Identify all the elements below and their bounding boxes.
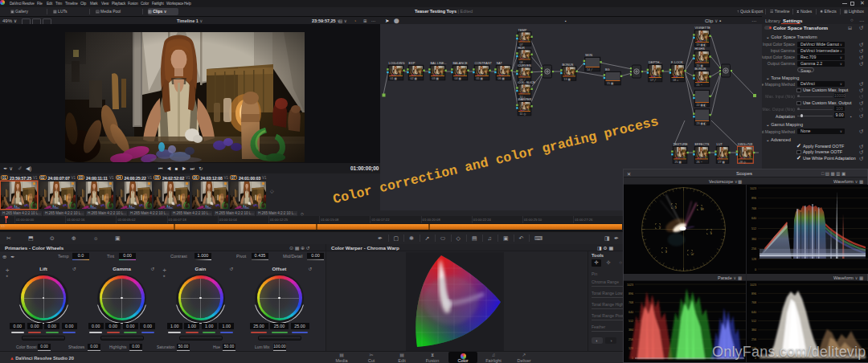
svg-text:512: 512	[628, 320, 633, 323]
svg-text:R: R	[675, 206, 678, 209]
svg-text:17 ╱: 17 ╱	[650, 78, 657, 82]
svg-text:26 ◔: 26 ◔	[697, 161, 702, 164]
svg-text:TEXTURE: TEXTURE	[674, 142, 689, 146]
svg-text:640: 640	[751, 217, 756, 220]
svg-text:VIGNETTE: VIGNETTE	[695, 26, 711, 30]
svg-text:23 ▦◧: 23 ▦◧	[697, 122, 706, 125]
svg-text:0: 0	[755, 268, 756, 271]
svg-text:DEPTH...: DEPTH...	[649, 60, 661, 64]
svg-text:384: 384	[751, 328, 756, 332]
svg-text:Cy: Cy	[691, 252, 694, 255]
svg-text:02 ▦: 02 ▦	[411, 77, 418, 80]
svg-text:EXP: EXP	[409, 61, 416, 65]
svg-text:768: 768	[751, 207, 756, 210]
svg-text:896: 896	[628, 292, 633, 296]
svg-text:BONUS: BONUS	[695, 67, 706, 71]
svg-text:Yl: Yl	[659, 226, 661, 229]
svg-text:B: B	[710, 231, 712, 235]
svg-text:CONTRAST: CONTRAST	[475, 61, 493, 65]
svg-text:128: 128	[751, 258, 756, 261]
svg-text:21 ◔: 21 ◔	[697, 84, 702, 87]
svg-text:28 ◎: 28 ◎	[739, 161, 746, 164]
svg-text:EFFECTS: EFFECTS	[695, 142, 710, 146]
svg-text:03 ▦: 03 ▦	[432, 77, 440, 80]
svg-text:BONUS: BONUS	[563, 63, 574, 67]
svg-text:Mg: Mg	[701, 207, 704, 210]
svg-text:BAL LINE...: BAL LINE...	[431, 61, 447, 65]
svg-text:HIGHS: HIGHS	[695, 47, 706, 51]
svg-text:01 ▦: 01 ▦	[391, 77, 398, 80]
svg-text:640: 640	[751, 311, 756, 314]
svg-text:DWG>709: DWG>709	[738, 142, 752, 146]
svg-text:11 ◎: 11 ◎	[520, 112, 526, 116]
svg-text:768: 768	[751, 301, 756, 304]
svg-text:896: 896	[751, 197, 756, 200]
svg-text:BG: BG	[605, 67, 610, 71]
svg-text:1023: 1023	[750, 187, 756, 190]
svg-text:LUT: LUT	[717, 142, 723, 146]
svg-text:25 ▦: 25 ▦	[675, 161, 682, 164]
svg-text:LOG>DWG: LOG>DWG	[389, 61, 405, 65]
svg-text:F. LOOK: F. LOOK	[671, 60, 683, 64]
svg-text:G: G	[665, 250, 668, 253]
svg-text:14 ╱: 14 ╱	[587, 67, 593, 71]
svg-text:640: 640	[628, 311, 633, 314]
svg-text:HDR: HDR	[518, 46, 526, 50]
svg-text:1023: 1023	[750, 283, 756, 287]
svg-text:SAT: SAT	[497, 61, 503, 65]
svg-text:384: 384	[751, 238, 756, 241]
svg-text:CURVES: CURVES	[518, 63, 532, 67]
svg-text:256: 256	[751, 247, 756, 251]
svg-text:896: 896	[751, 292, 756, 296]
svg-text:04 ▦: 04 ▦	[455, 77, 462, 80]
svg-text:TEMP: TEMP	[518, 28, 527, 32]
svg-text:06 ▦: 06 ▦	[498, 77, 506, 80]
svg-text:1023: 1023	[627, 283, 633, 287]
svg-text:384: 384	[628, 328, 633, 332]
svg-text:18 ⌂: 18 ⌂	[673, 79, 678, 82]
svg-text:13 ▦: 13 ▦	[564, 78, 571, 81]
svg-text:27 ▦: 27 ▦	[719, 161, 726, 164]
svg-text:05 ▦: 05 ▦	[477, 77, 484, 80]
svg-text:512: 512	[751, 227, 756, 230]
svg-text:BALANCE: BALANCE	[453, 61, 469, 65]
svg-text:COL. SLICE: COL. SLICE	[518, 80, 536, 84]
svg-text:15 ▦: 15 ▦	[607, 82, 614, 85]
svg-text:SKIN: SKIN	[585, 53, 592, 57]
svg-text:22 ▦◧: 22 ▦◧	[697, 104, 706, 107]
svg-text:256: 256	[751, 338, 756, 341]
svg-text:512: 512	[751, 320, 756, 323]
svg-text:WARPER: WARPER	[518, 97, 532, 101]
svg-text:768: 768	[628, 301, 633, 304]
